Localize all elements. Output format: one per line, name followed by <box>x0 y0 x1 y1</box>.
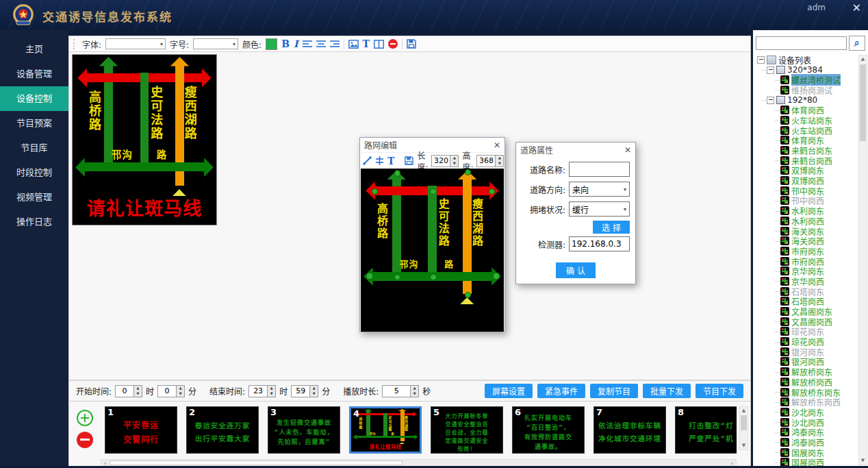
control-point[interactable] <box>465 292 471 298</box>
line-tool-icon[interactable] <box>363 156 372 165</box>
playlist-item-8[interactable]: 8打击整改“灯严查严处“机 <box>675 406 737 454</box>
control-point[interactable] <box>430 274 436 280</box>
image-icon[interactable] <box>348 40 359 49</box>
collapse-icon[interactable] <box>757 56 765 64</box>
spin-up-icon[interactable]: ▲ <box>450 156 458 161</box>
spin-down-icon[interactable]: ▼ <box>177 391 184 397</box>
detector-input[interactable] <box>569 236 630 251</box>
start-hour-input[interactable] <box>115 385 134 397</box>
sidebar-item-3[interactable]: 节目预案 <box>0 111 68 136</box>
align-right-icon[interactable] <box>330 40 340 48</box>
add-program-button[interactable] <box>77 410 93 426</box>
sidebar-item-6[interactable]: 视频管理 <box>0 185 68 210</box>
action-button-0[interactable]: 屏幕设置 <box>485 384 533 398</box>
tree-item[interactable]: 文昌阁岗东 <box>780 306 868 317</box>
tree-item[interactable]: 石塔岗西 <box>780 297 868 307</box>
tree-item[interactable]: 邗中岗西 <box>780 196 868 206</box>
playlist-vertical-scrollbar[interactable]: ▲ ▼ <box>739 406 748 450</box>
save-icon[interactable] <box>407 39 416 49</box>
font-select[interactable]: ▾ <box>105 38 166 49</box>
text-tool-icon[interactable]: T <box>363 38 370 49</box>
tree-item[interactable]: 京华岗东 <box>780 266 868 276</box>
tree-item[interactable]: 市府岗东 <box>780 246 868 256</box>
screen-layout-icon[interactable] <box>374 40 384 49</box>
action-button-3[interactable]: 批量下发 <box>643 384 691 398</box>
close-icon[interactable]: ✕ <box>624 145 631 155</box>
confirm-button[interactable]: 确 认 <box>556 262 596 278</box>
spin-up-icon[interactable]: ▲ <box>268 386 275 391</box>
tree-item[interactable]: 邗中岗东 <box>780 186 868 196</box>
playlist-item-7[interactable]: 7依法治理非标车辆净化城市交通环境 <box>593 406 666 454</box>
collapse-icon[interactable] <box>767 97 774 104</box>
tree-item[interactable]: 海关岗东 <box>780 226 868 236</box>
tree-item[interactable]: 来鹤台岗东 <box>780 145 868 156</box>
tree-item[interactable]: 鸿泰岗东 <box>780 427 868 437</box>
tree-item[interactable]: 体育岗东 <box>780 136 868 146</box>
control-point[interactable] <box>394 170 400 176</box>
end-min-input[interactable] <box>291 385 310 397</box>
italic-button[interactable]: I <box>294 38 298 49</box>
tree-item[interactable]: 沙北岗东 <box>780 407 868 417</box>
tree-group-0[interactable]: 320*384 <box>767 65 868 75</box>
spin-down-icon[interactable]: ▼ <box>450 161 458 167</box>
text-tool-icon[interactable]: T <box>387 156 394 167</box>
duration-input[interactable] <box>382 385 411 397</box>
tree-item[interactable]: 解放桥东岗西 <box>780 397 868 407</box>
control-point[interactable] <box>366 273 372 279</box>
playlist-item-4[interactable]: 高桥路史可法路瘦西湖路邗沟路请礼让斑马线4 <box>349 406 422 454</box>
control-point[interactable] <box>493 273 499 279</box>
spin-up-icon[interactable]: ▲ <box>411 386 418 391</box>
scroll-down-icon[interactable]: ▼ <box>859 457 867 465</box>
select-detector-button[interactable]: 选 择 <box>593 221 630 234</box>
sidebar-item-5[interactable]: 时段控制 <box>0 160 68 185</box>
road-network-canvas[interactable]: 高桥路史可法路瘦西湖路邗沟路 <box>361 169 504 332</box>
height-input[interactable] <box>476 155 496 167</box>
scroll-down-icon[interactable]: ▼ <box>740 442 748 449</box>
bold-button[interactable]: B <box>281 38 290 49</box>
tree-item[interactable]: 鸿泰岗西 <box>780 437 868 447</box>
tree-item[interactable]: 火车站岗西 <box>780 125 868 136</box>
tree-item[interactable]: 文昌阁岗西 <box>780 317 868 327</box>
tree-item[interactable]: 市府岗西 <box>780 256 868 267</box>
scrollbar-thumb[interactable] <box>860 64 866 141</box>
action-button-1[interactable]: 紧急事件 <box>537 384 585 398</box>
congestion-select[interactable]: 缓行 ▾ <box>569 201 630 217</box>
tree-scrollbar[interactable]: ▲ ▼ <box>858 55 867 465</box>
road-name-input[interactable] <box>569 162 630 177</box>
tree-item[interactable]: 琼花岗东 <box>780 327 868 337</box>
tree-item[interactable]: 解放桥岗东 <box>780 367 868 377</box>
road-direction-select[interactable]: 来向 ▾ <box>569 182 630 197</box>
tree-item[interactable]: 沙北岗西 <box>780 417 868 428</box>
collapse-icon[interactable] <box>767 66 774 74</box>
control-point[interactable] <box>394 274 400 280</box>
tree-group-1[interactable]: 192*80 <box>767 95 868 106</box>
tree-item[interactable]: 石塔岗东 <box>780 286 868 297</box>
spin-down-icon[interactable]: ▼ <box>496 161 503 167</box>
spin-up-icon[interactable]: ▲ <box>134 386 142 391</box>
spin-down-icon[interactable]: ▼ <box>134 391 142 397</box>
close-icon[interactable]: ✕ <box>494 140 500 150</box>
scrollbar-thumb[interactable] <box>110 460 403 465</box>
tree-item[interactable]: 银河岗东 <box>780 347 868 357</box>
device-name[interactable]: 维扬岗测试 <box>791 84 832 96</box>
road-tool-icon[interactable] <box>375 156 384 165</box>
start-min-input[interactable] <box>157 385 177 397</box>
scroll-left-icon[interactable]: ‹ <box>101 460 109 466</box>
sidebar-item-1[interactable]: 设备管理 <box>0 62 68 86</box>
tree-item[interactable]: 来鹤台岗西 <box>780 156 868 166</box>
spin-down-icon[interactable]: ▼ <box>411 391 418 397</box>
sidebar-item-2[interactable]: 设备控制 <box>0 86 68 111</box>
color-swatch[interactable] <box>266 38 277 50</box>
control-point[interactable] <box>489 188 495 195</box>
save-icon[interactable] <box>405 156 413 165</box>
end-hour-input[interactable] <box>248 385 268 397</box>
spin-down-icon[interactable]: ▼ <box>310 391 318 397</box>
tree-item[interactable]: 银河岗西 <box>780 357 868 367</box>
tree-item[interactable]: 海关岗西 <box>780 236 868 246</box>
tree-item[interactable]: 双博岗东 <box>780 166 868 176</box>
tree-item[interactable]: 国展岗东 <box>780 447 868 458</box>
remove-program-button[interactable] <box>77 432 93 448</box>
scroll-up-icon[interactable]: ▲ <box>740 407 748 415</box>
spin-down-icon[interactable]: ▼ <box>268 391 275 397</box>
sidebar-item-4[interactable]: 节目库 <box>0 136 68 160</box>
